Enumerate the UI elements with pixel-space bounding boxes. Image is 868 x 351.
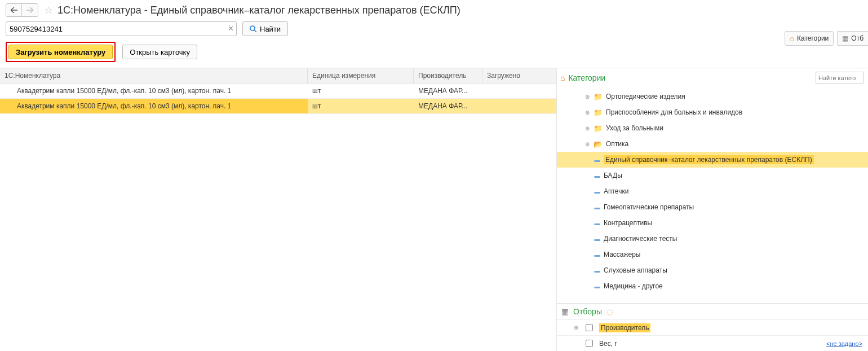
col-header-mfr[interactable]: Производитель — [414, 68, 482, 83]
filters-chip[interactable]: ▦ Отб — [837, 31, 868, 46]
expand-icon[interactable]: ⊕ — [573, 324, 579, 331]
svg-line-1 — [254, 30, 256, 32]
tree-item[interactable]: ▬Массажеры — [557, 247, 868, 262]
filter-label: Производитель — [599, 323, 650, 332]
table-header: 1С:Номенклатура Единица измерения Произв… — [0, 68, 556, 84]
categories-search-input[interactable] — [816, 72, 863, 84]
tree-item[interactable]: ▬Гомеопатические препараты — [557, 199, 868, 215]
col-header-unit[interactable]: Единица измерения — [308, 68, 414, 83]
tree-item-label: Единый справочник–каталог лекарственных … — [604, 155, 814, 164]
tree-item[interactable]: ⊕📁Приспособления для больных и инвалидов — [557, 104, 868, 120]
search-icon — [250, 25, 257, 33]
tree-item[interactable]: ⊕📁Ортопедические изделия — [557, 89, 868, 104]
cell-mfr: МЕДАНА ФАР... — [414, 99, 482, 113]
tree-item[interactable]: ▬Слуховые аппараты — [557, 262, 868, 278]
filter-list-icon: ▦ — [561, 307, 569, 316]
expand-icon[interactable]: ⊕ — [584, 141, 590, 147]
leaf-icon: ▬ — [594, 236, 600, 242]
tree-item[interactable]: ▬БАДы — [557, 168, 868, 183]
leaf-icon: ▬ — [594, 157, 600, 163]
nav-forward-button[interactable] — [22, 4, 38, 16]
leaf-icon: ▬ — [594, 283, 600, 289]
filters-header: ▦ Отборы ◌ — [557, 303, 868, 319]
arrow-left-icon — [11, 7, 17, 13]
tree-item-label: Диагностические тесты — [604, 235, 677, 243]
cell-name: Аквадетрим капли 15000 ЕД/мл, фл.-кап. 1… — [0, 99, 308, 113]
search-input[interactable] — [6, 21, 237, 36]
filter-label: Вес, г — [599, 340, 617, 348]
cell-unit: шт — [308, 99, 414, 113]
tree-item[interactable]: ▬Единый справочник–каталог лекарственных… — [557, 152, 868, 168]
tree-item-label: Оптика — [606, 140, 628, 148]
favorite-star-icon[interactable]: ☆ — [44, 4, 53, 16]
tree-item[interactable]: ▬Диагностические тесты — [557, 231, 868, 247]
find-button[interactable]: Найти — [242, 21, 288, 36]
expand-icon[interactable]: ⊕ — [584, 109, 590, 116]
cell-name: Аквадетрим капли 15000 ЕД/мл, фл.-кап. 1… — [0, 84, 308, 98]
arrow-right-icon — [26, 7, 33, 13]
leaf-icon: ▬ — [594, 188, 600, 195]
filter-row[interactable]: ⊕Производитель — [557, 319, 868, 335]
table-row[interactable]: Аквадетрим капли 15000 ЕД/мл, фл.-кап. 1… — [0, 99, 556, 114]
leaf-icon: ▬ — [594, 252, 600, 258]
cell-loaded — [482, 84, 556, 98]
cell-unit: шт — [308, 84, 414, 98]
expand-icon[interactable]: ⊕ — [584, 94, 590, 100]
tree-item-label: БАДы — [604, 172, 622, 179]
filter-row[interactable]: Вес, г<не задано> — [557, 335, 868, 351]
cell-loaded — [482, 99, 556, 113]
leaf-icon: ▬ — [594, 220, 600, 226]
search-box: ✕ — [6, 21, 237, 36]
tree-item-label: Приспособления для больных и инвалидов — [606, 108, 742, 116]
tree-item[interactable]: ⊕📂Оптика — [557, 136, 868, 152]
categories-title: ⌂ Категории — [560, 73, 605, 82]
leaf-icon: ▬ — [594, 204, 600, 210]
tree-item-label: Ортопедические изделия — [606, 93, 685, 100]
home-icon: ⌂ — [790, 34, 794, 43]
filters-list: ⊕ПроизводительВес, г<не задано> — [557, 319, 868, 351]
filter-checkbox[interactable] — [586, 340, 593, 347]
table-row[interactable]: Аквадетрим капли 15000 ЕД/мл, фл.-кап. 1… — [0, 84, 556, 99]
expand-icon[interactable]: ⊕ — [584, 125, 590, 131]
load-nomenclature-button[interactable]: Загрузить номенклатуру — [8, 45, 113, 59]
close-icon: ✕ — [228, 24, 234, 33]
filter-checkbox[interactable] — [586, 324, 593, 331]
tree-item-label: Аптечки — [604, 187, 628, 195]
tree-item-label: Контрацептивы — [604, 219, 652, 227]
tree-item[interactable]: ▬Контрацептивы — [557, 215, 868, 231]
tree-item[interactable]: ▬Медицина - другое — [557, 278, 868, 294]
cell-mfr: МЕДАНА ФАР... — [414, 84, 482, 98]
home-icon: ⌂ — [560, 73, 565, 82]
nav-back-button[interactable] — [6, 4, 22, 16]
tree-item-label: Медицина - другое — [604, 282, 663, 290]
page-title: 1С:Номенклатура - Единый справочник–ката… — [57, 5, 460, 16]
leaf-icon: ▬ — [594, 267, 600, 274]
nav-arrows — [6, 3, 38, 17]
svg-point-0 — [250, 26, 255, 30]
col-header-loaded[interactable]: Загружено — [482, 68, 556, 83]
categories-chip[interactable]: ⌂ Категории — [785, 31, 834, 46]
find-button-label: Найти — [260, 25, 281, 33]
tree-item-label: Массажеры — [604, 251, 640, 258]
tree-item-label: Уход за больными — [606, 124, 663, 132]
search-clear-button[interactable]: ✕ — [224, 23, 234, 33]
loading-spinner-icon: ◌ — [606, 308, 613, 316]
open-card-button[interactable]: Открыть карточку — [122, 45, 197, 59]
tree-item-label: Гомеопатические препараты — [604, 203, 694, 211]
not-set-link[interactable]: <не задано> — [826, 340, 862, 347]
col-header-name[interactable]: 1С:Номенклатура — [0, 68, 308, 83]
leaf-icon: ▬ — [594, 173, 600, 179]
folder-open-icon: 📂 — [594, 140, 603, 148]
folder-icon: 📁 — [594, 108, 603, 117]
filter-icon: ▦ — [842, 34, 848, 42]
highlight-marker: Загрузить номенклатуру — [6, 42, 116, 62]
tree-item-label: Слуховые аппараты — [604, 266, 667, 274]
tree-item[interactable]: ▬Аптечки — [557, 183, 868, 199]
folder-icon: 📁 — [594, 124, 603, 133]
table-body: Аквадетрим капли 15000 ЕД/мл, фл.-кап. 1… — [0, 84, 556, 114]
tree-item[interactable]: ⊕📁Уход за больными — [557, 120, 868, 136]
folder-icon: 📁 — [594, 93, 603, 101]
categories-tree: ⊕📁Ортопедические изделия⊕📁Приспособления… — [557, 87, 868, 303]
